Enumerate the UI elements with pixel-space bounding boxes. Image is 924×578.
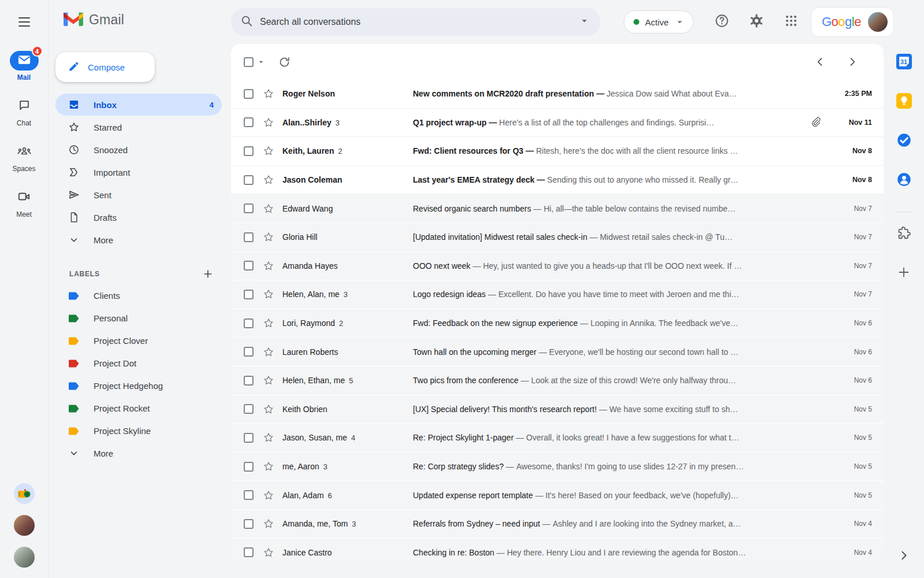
hamburger-menu-button[interactable]: [10, 8, 38, 36]
star-icon[interactable]: [263, 518, 274, 529]
sender-name: Lauren Roberts: [282, 347, 338, 357]
email-row[interactable]: Lori, Raymond 2 Fwd: Feedback on the new…: [231, 309, 884, 338]
settings-button[interactable]: [748, 14, 765, 30]
email-row[interactable]: Helen, Ethan, me 5 Two pics from the con…: [231, 366, 884, 395]
email-checkbox[interactable]: [244, 89, 254, 99]
email-checkbox[interactable]: [244, 433, 254, 443]
star-icon[interactable]: [263, 174, 274, 186]
email-checkbox[interactable]: [244, 462, 254, 472]
star-icon[interactable]: [263, 203, 274, 214]
email-row[interactable]: Amanda, me, Tom 3 Referrals from Sydney …: [231, 510, 884, 539]
email-row[interactable]: Amanda Hayes OOO next week — Hey, just w…: [231, 252, 884, 281]
email-checkbox[interactable]: [244, 318, 254, 328]
user-avatar[interactable]: [868, 12, 888, 32]
email-row[interactable]: Keith, Lauren 2 Fwd: Client resources fo…: [231, 137, 884, 166]
label-item-project-skyline[interactable]: Project Skyline: [55, 420, 222, 442]
email-row[interactable]: Lauren Roberts Town hall on the upcoming…: [231, 338, 884, 366]
add-label-button[interactable]: [202, 268, 214, 280]
email-row[interactable]: Janice Castro Checking in re: Boston — H…: [231, 539, 884, 560]
search-bar[interactable]: [231, 8, 601, 36]
email-checkbox[interactable]: [244, 547, 254, 557]
rail-item-meet[interactable]: Meet: [10, 188, 39, 218]
email-checkbox[interactable]: [244, 232, 254, 242]
select-all-checkbox[interactable]: [244, 57, 254, 67]
status-chip[interactable]: Active: [624, 10, 694, 34]
calendar-button[interactable]: 31: [896, 53, 912, 69]
star-icon[interactable]: [263, 260, 274, 272]
keep-button[interactable]: [896, 92, 912, 109]
nav-item-snoozed[interactable]: Snoozed: [55, 139, 222, 161]
newer-button[interactable]: [814, 56, 826, 68]
google-account-chip[interactable]: Google: [811, 7, 894, 37]
email-checkbox[interactable]: [244, 146, 254, 156]
rail-item-mail[interactable]: 4 Mail: [10, 51, 39, 81]
calendar-icon: 31: [896, 54, 912, 69]
label-item-clients[interactable]: Clients: [55, 284, 222, 307]
email-row[interactable]: Alan..Shirley 3 Q1 project wrap-up — Her…: [231, 109, 884, 138]
rail-item-spaces[interactable]: Spaces: [10, 142, 39, 173]
search-input[interactable]: [260, 17, 579, 27]
addons-button[interactable]: [896, 225, 912, 241]
expand-side-panel-button[interactable]: [897, 549, 910, 562]
star-icon[interactable]: [263, 288, 274, 300]
star-icon[interactable]: [263, 375, 274, 386]
star-icon[interactable]: [263, 346, 274, 358]
select-dropdown-chevron-icon[interactable]: [256, 57, 266, 66]
star-icon[interactable]: [263, 117, 274, 128]
rail-item-chat[interactable]: Chat: [10, 97, 39, 127]
older-button[interactable]: [847, 56, 858, 68]
avatar[interactable]: [14, 515, 35, 536]
star-icon[interactable]: [263, 547, 274, 558]
label-item-project-dot[interactable]: Project Dot: [55, 352, 222, 375]
email-checkbox[interactable]: [244, 519, 254, 529]
star-icon[interactable]: [263, 490, 274, 501]
email-row[interactable]: Keith Obrien [UX] Special delivery! This…: [231, 395, 884, 424]
star-icon[interactable]: [263, 432, 274, 443]
email-checkbox[interactable]: [244, 203, 254, 213]
star-icon[interactable]: [263, 231, 274, 243]
star-icon[interactable]: [263, 88, 274, 99]
email-row[interactable]: Gloria Hill [Updated invitation] Midwest…: [231, 223, 884, 252]
compose-button[interactable]: Compose: [55, 52, 155, 82]
nav-item-drafts[interactable]: Drafts: [55, 206, 222, 228]
refresh-button[interactable]: [278, 56, 290, 68]
add-side-panel-button[interactable]: [896, 264, 912, 280]
labels-more-toggle[interactable]: More: [55, 442, 222, 464]
label-item-personal[interactable]: Personal: [55, 307, 222, 329]
label-item-project-clover[interactable]: Project Clover: [55, 329, 222, 352]
email-checkbox[interactable]: [244, 347, 254, 357]
email-checkbox[interactable]: [244, 117, 254, 127]
email-row[interactable]: Jason Coleman Last year's EMEA strategy …: [231, 166, 884, 195]
tasks-button[interactable]: [896, 132, 912, 148]
email-row[interactable]: Jason, Susan, me 4 Re: Project Skylight …: [231, 424, 884, 453]
search-options-chevron-down-icon[interactable]: [579, 15, 590, 29]
nav-item-more[interactable]: More: [55, 229, 222, 251]
email-checkbox[interactable]: [244, 175, 254, 185]
contacts-button[interactable]: [896, 171, 912, 187]
chevron-down-icon: [675, 17, 685, 27]
avatar[interactable]: [14, 483, 35, 504]
email-checkbox[interactable]: [244, 490, 254, 500]
email-row[interactable]: Helen, Alan, me 3 Logo redesign ideas — …: [231, 280, 884, 309]
star-icon[interactable]: [263, 403, 274, 415]
email-checkbox[interactable]: [244, 290, 254, 299]
star-icon[interactable]: [263, 317, 274, 329]
email-checkbox[interactable]: [244, 404, 254, 414]
nav-item-important[interactable]: Important: [55, 161, 222, 183]
nav-item-sent[interactable]: Sent: [55, 184, 222, 206]
email-row[interactable]: Alan, Adam 6 Updated expense report temp…: [231, 481, 884, 510]
email-row[interactable]: Edward Wang Revised organic search numbe…: [231, 194, 884, 223]
help-button[interactable]: [714, 14, 730, 30]
label-item-project-hedgehog[interactable]: Project Hedgehog: [55, 375, 222, 397]
email-row[interactable]: me, Aaron 3 Re: Corp strategy slides? — …: [231, 453, 884, 481]
email-row[interactable]: Roger Nelson New comments on MCR2020 dra…: [231, 80, 884, 109]
star-icon[interactable]: [263, 145, 274, 157]
apps-grid-button[interactable]: [783, 14, 799, 30]
avatar[interactable]: [14, 547, 35, 568]
email-checkbox[interactable]: [244, 376, 254, 386]
star-icon[interactable]: [263, 461, 274, 472]
email-checkbox[interactable]: [244, 261, 254, 271]
nav-item-starred[interactable]: Starred: [55, 116, 222, 138]
label-item-project-rocket[interactable]: Project Rocket: [55, 397, 222, 420]
nav-item-inbox[interactable]: Inbox 4: [55, 94, 222, 116]
